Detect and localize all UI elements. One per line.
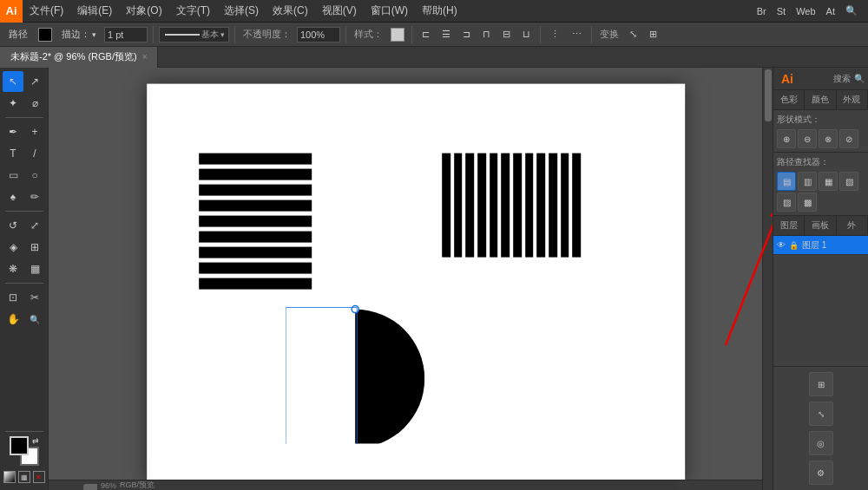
symbol-spray-tool[interactable]: ❋	[3, 258, 23, 279]
crop-btn[interactable]: ▧	[839, 172, 858, 191]
artboard-tab[interactable]: 画板	[805, 216, 836, 235]
tool-row-10: ⊡ ✂	[3, 287, 45, 308]
minus-back-btn[interactable]: ▩	[798, 193, 817, 212]
slice-tool[interactable]: ✂	[24, 287, 45, 308]
expand-btn[interactable]: ⊞	[645, 25, 661, 44]
merge-btn[interactable]: ▦	[819, 172, 838, 191]
pen-tool[interactable]: ✒	[3, 121, 23, 142]
pencil-tool[interactable]: ✏	[24, 186, 45, 207]
layer-eye-icon[interactable]: 👁	[777, 240, 786, 250]
text-tool[interactable]: T	[3, 143, 23, 164]
arrange-btn[interactable]: ⊞	[809, 372, 833, 396]
web-mode[interactable]: Web	[792, 6, 819, 16]
v-scroll-thumb[interactable]	[765, 69, 772, 121]
layer-row-1[interactable]: 👁 🔒 图层 1	[773, 236, 868, 255]
v-stripe-5	[490, 153, 498, 257]
stroke-width-input[interactable]	[104, 27, 148, 42]
vertical-scrollbar[interactable]	[762, 68, 773, 490]
magic-wand-tool[interactable]: ✦	[3, 93, 23, 114]
free-transform-tool[interactable]: ⊞	[24, 237, 45, 258]
tab-close-btn[interactable]: ×	[142, 52, 148, 62]
menu-window[interactable]: 窗口(W)	[364, 0, 415, 22]
align-left-btn[interactable]: ⊏	[418, 25, 434, 44]
none-stroke-btn[interactable]: ✕	[33, 471, 45, 483]
add-anchor-tool[interactable]: +	[24, 121, 45, 142]
selection-tool[interactable]: ↖	[3, 71, 23, 92]
menu-type[interactable]: 文字(T)	[169, 0, 217, 22]
direct-select-tool[interactable]: ↗	[24, 71, 45, 92]
swap-colors-btn[interactable]: ⇄	[32, 436, 39, 445]
menu-effect[interactable]: 效果(C)	[266, 0, 315, 22]
trim-btn[interactable]: ▥	[798, 172, 817, 191]
none-color-btn[interactable]	[3, 471, 16, 483]
color-area: ⇄ ▦ ✕	[3, 428, 45, 490]
layer-lock-icon[interactable]: 🔒	[789, 241, 799, 250]
rpanel-tab-extra[interactable]: 外观	[837, 90, 868, 109]
minus-front-btn[interactable]: ⊖	[798, 129, 817, 148]
foreground-color-swatch[interactable]	[10, 436, 29, 455]
handle-top[interactable]	[352, 305, 358, 312]
menu-edit[interactable]: 编辑(E)	[70, 0, 119, 22]
rect-tool[interactable]: ▭	[3, 165, 23, 186]
opacity-input[interactable]	[297, 27, 340, 42]
transform-panel-btn[interactable]: ⤡	[809, 402, 833, 426]
search-icon[interactable]: 🔍	[842, 5, 861, 16]
v-stripe-9	[537, 153, 546, 257]
align-right-btn[interactable]: ⊐	[458, 25, 475, 44]
selection-box	[286, 307, 357, 443]
bridge-btn[interactable]: Br	[753, 6, 770, 16]
hand-tool[interactable]: ✋	[3, 309, 23, 330]
artboard-tool[interactable]: ⊡	[3, 287, 23, 308]
appearance-panel-btn[interactable]: ◎	[809, 431, 833, 455]
transform-btn[interactable]: ⤡	[625, 25, 641, 44]
distrib-h-btn[interactable]: ⋮	[546, 25, 564, 44]
menu-help[interactable]: 帮助(H)	[415, 0, 464, 22]
document-tab[interactable]: 未标题-2* @ 96% (RGB/预览) ×	[0, 47, 158, 68]
v-stripe-3	[466, 153, 475, 257]
tool-row-7: ↺ ⤢	[3, 215, 45, 236]
stroke-color-swatch[interactable]	[38, 28, 52, 42]
align-center-btn[interactable]: ☰	[437, 25, 455, 44]
stroke-chevron: ▾	[92, 30, 96, 39]
menu-select[interactable]: 选择(S)	[217, 0, 266, 22]
brush-tool[interactable]: ♠	[3, 186, 23, 207]
column-graph-tool[interactable]: ▦	[24, 258, 45, 279]
menu-object[interactable]: 对象(O)	[119, 0, 168, 22]
at-btn[interactable]: At	[823, 6, 838, 16]
canvas-mode: RGB/预览	[120, 480, 155, 490]
align-top-btn[interactable]: ⊓	[478, 25, 495, 44]
color-mode-row: ▦ ✕	[3, 471, 45, 483]
panel-bottom-tools: ⊞ ⤡ ◎ ⚙	[773, 366, 868, 490]
distrib-v-btn[interactable]: ⋯	[568, 25, 586, 44]
stroke-style-selector[interactable]: 基本 ▾	[159, 27, 229, 42]
align-bottom-btn[interactable]: ⊔	[518, 25, 535, 44]
stock-btn[interactable]: St	[773, 6, 789, 16]
unite-btn[interactable]: ⊕	[777, 129, 796, 148]
rpanel-tab-color[interactable]: 色彩	[773, 90, 805, 109]
outline-btn[interactable]: ▨	[777, 193, 796, 212]
exclude-btn[interactable]: ⊘	[839, 129, 858, 148]
extra-tab[interactable]: 外	[837, 216, 868, 235]
menu-view[interactable]: 视图(V)	[315, 0, 364, 22]
menu-file[interactable]: 文件(F)	[23, 0, 70, 22]
layers-tab[interactable]: 图层	[773, 216, 805, 235]
align-middle-btn[interactable]: ⊟	[498, 25, 515, 44]
intersect-btn[interactable]: ⊗	[819, 129, 838, 148]
lasso-tool[interactable]: ⌀	[24, 93, 45, 114]
divide-btn[interactable]: ▤	[777, 172, 796, 191]
rotate-tool[interactable]: ↺	[3, 215, 23, 236]
rpanel-tab-appearance[interactable]: 颜色	[805, 90, 836, 109]
scale-tool[interactable]: ⤢	[24, 215, 45, 236]
panel-search: 搜索 🔍	[833, 73, 865, 85]
zoom-tool[interactable]: 🔍	[24, 309, 45, 330]
stroke-dropdown[interactable]: 描边： ▾	[57, 25, 101, 44]
gradient-color-btn[interactable]: ▦	[18, 471, 30, 483]
shape-mode-icons: ⊕ ⊖ ⊗ ⊘	[777, 129, 865, 148]
ellipse-tool[interactable]: ○	[24, 165, 45, 186]
style-swatch[interactable]	[391, 28, 404, 42]
settings-btn[interactable]: ⚙	[809, 461, 833, 485]
search-icon-small[interactable]: 🔍	[854, 74, 865, 83]
artboard	[147, 83, 685, 482]
warp-tool[interactable]: ◈	[3, 237, 23, 258]
line-tool[interactable]: /	[24, 143, 45, 164]
